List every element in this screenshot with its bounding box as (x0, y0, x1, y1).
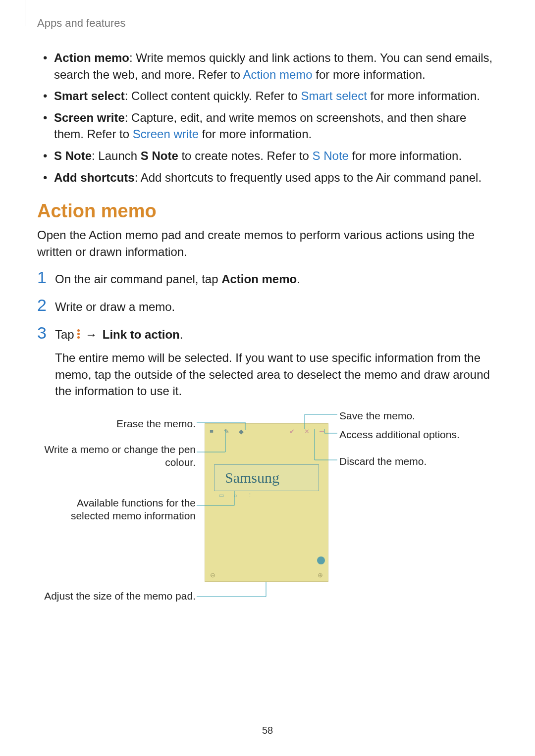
step-3-bold: Link to action (103, 328, 180, 341)
feature-term: Smart select (54, 89, 125, 102)
feature-text-after: for more information. (313, 68, 426, 81)
section-intro: Open the Action memo pad and create memo… (37, 227, 498, 260)
feature-text-after: for more information. (349, 149, 462, 162)
feature-action-memo: Action memo: Write memos quickly and lin… (37, 50, 498, 83)
feature-s-note: S Note: Launch S Note to create notes. R… (37, 148, 498, 164)
link-s-note[interactable]: S Note (313, 149, 349, 162)
link-smart-select[interactable]: Smart select (301, 89, 367, 102)
feature-mid-bold: S Note (141, 149, 178, 162)
step-1-prefix: On the air command panel, tap (55, 272, 221, 286)
step-1-suffix: . (297, 272, 300, 286)
breadcrumb: Apps and features (37, 17, 126, 30)
feature-list: Action memo: Write memos quickly and lin… (37, 50, 498, 186)
feature-term: S Note (54, 149, 92, 162)
step-3-body: The entire memo will be selected. If you… (55, 350, 498, 400)
step-number: 2 (37, 296, 47, 315)
feature-text-after: for more information. (367, 89, 480, 102)
feature-screen-write: Screen write: Capture, edit, and write m… (37, 109, 498, 143)
link-action-memo[interactable]: Action memo (243, 68, 313, 81)
step-3-suffix: . (180, 328, 183, 341)
action-memo-diagram: ≡ ✎ ◆ ✔ ✕ Samsung ▭ ⌕ ⋮ ⊖ ⊕ (37, 413, 498, 621)
feature-term: Add shortcuts (54, 171, 135, 184)
step-2: 2 Write or draw a memo. (37, 299, 498, 315)
step-3: 3 Tap → Link to action. The entire memo … (37, 326, 498, 400)
step-number: 3 (37, 323, 47, 343)
feature-add-shortcuts: Add shortcuts: Add shortcuts to frequent… (37, 169, 498, 186)
feature-mid-after: to create notes. Refer to (178, 149, 313, 162)
feature-smart-select: Smart select: Collect content quickly. R… (37, 88, 498, 104)
arrow-icon: → (85, 328, 97, 341)
feature-text: : Add shortcuts to frequently used apps … (135, 171, 482, 184)
step-number: 1 (37, 268, 47, 287)
step-3-prefix: Tap (55, 328, 77, 341)
feature-term: Screen write (54, 111, 125, 124)
step-1: 1 On the air command panel, tap Action m… (37, 271, 498, 288)
section-heading-action-memo: Action memo (37, 201, 498, 222)
step-1-bold: Action memo (221, 272, 297, 286)
link-screen-write[interactable]: Screen write (133, 127, 199, 141)
feature-term: Action memo (54, 51, 129, 64)
header-rule (25, 0, 25, 26)
more-options-icon (77, 328, 80, 340)
step-2-text: Write or draw a memo. (55, 299, 498, 315)
steps-list: 1 On the air command panel, tap Action m… (37, 271, 498, 400)
leader-lines (37, 413, 498, 621)
page-number: 58 (0, 725, 535, 736)
feature-text-after: for more information. (199, 127, 312, 141)
feature-text: : Launch (92, 149, 141, 162)
feature-text: : Collect content quickly. Refer to (125, 89, 301, 102)
